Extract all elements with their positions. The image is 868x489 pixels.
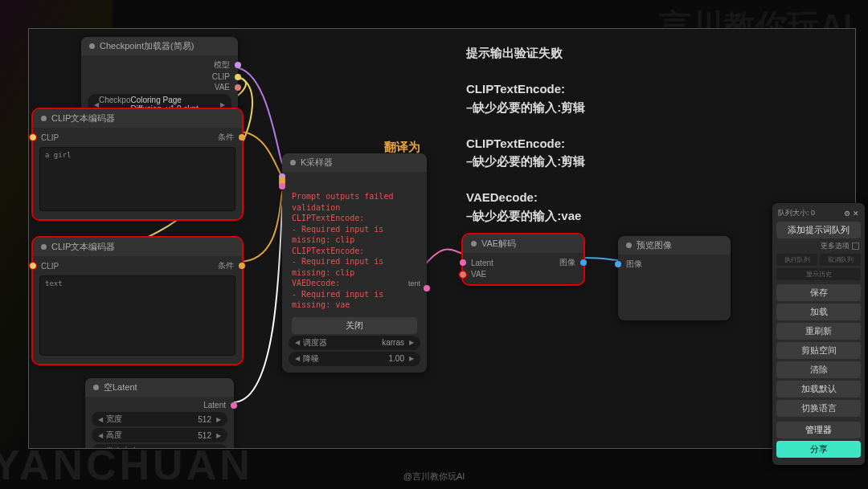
port-label-conditioning: 条件 [218,260,234,271]
port-in-clip[interactable] [30,263,36,269]
port-out-vae[interactable] [235,84,241,91]
port-out-conditioning[interactable] [239,134,245,141]
port-out-conditioning[interactable] [239,263,245,269]
ksampler-scheduler[interactable]: ◀调度器karras▶ [289,336,420,350]
close-button[interactable]: 关闭 [292,317,417,334]
node-ksampler[interactable]: K采样器 Prompt outputs failed validation CL… [282,153,427,373]
translation-overlay: 提示输出验证失败 CLIPTextEncode: –缺少必要的输入:剪辑 CLI… [466,44,723,225]
control-panel[interactable]: 队列大小: 0 ⚙ ✕ 添加提示词队列 更多选项 执行队列取消队列 显示历史 保… [772,203,865,465]
latent-width[interactable]: ◀宽度512▶ [92,412,227,426]
switch-language-button[interactable]: 切换语言 [776,400,861,417]
exec-queue-button[interactable]: 执行队列 [776,254,817,266]
queue-prompt-button[interactable]: 添加提示词队列 [776,222,861,238]
queue-size-label: 队列大小: 0 [778,208,815,218]
gear-icon[interactable]: ⚙ [844,210,850,218]
port-out-latent[interactable] [231,402,237,409]
port-label-clip: CLIP [41,133,59,142]
port-in-image[interactable] [615,261,621,267]
load-default-button[interactable]: 加载默认 [776,381,861,397]
node-preview-image[interactable]: 预览图像 图像 [618,236,731,320]
manager-button[interactable]: 管理器 [776,422,861,438]
cancel-queue-button[interactable]: 取消队列 [820,254,861,266]
port-out-image[interactable] [580,259,587,266]
node-title-label: 空Latent [104,381,137,393]
load-button[interactable]: 加载 [776,304,861,320]
port-in-vae[interactable] [460,271,466,278]
clipspace-button[interactable]: 剪贴空间 [776,342,861,359]
node-vae-decode[interactable]: VAE解码 Latent图像 VAE [463,234,583,284]
port-out-model[interactable] [235,62,241,68]
close-icon[interactable]: ✕ [853,210,859,218]
node-canvas[interactable]: Checkpoint加载器(简易) 模型 CLIP VAE ◀ CheckpoC… [28,28,856,449]
node-title-label: CLIP文本编码器 [51,112,115,124]
credit-watermark: @言川教你玩AI [0,471,868,483]
share-button[interactable]: 分享 [776,441,861,458]
error-message: Prompt outputs failed validation CLIPTex… [282,188,427,314]
show-history-button[interactable]: 显示历史 [776,268,861,280]
node-title-label: VAE解码 [481,238,516,250]
chevron-right-icon: ▶ [220,101,225,108]
port-label-conditioning: 条件 [218,132,234,143]
node-title-label: CLIP文本编码器 [51,241,115,253]
node-title-label: 预览图像 [637,239,672,251]
port-out-latent[interactable] [424,285,430,291]
port-in-clip[interactable] [30,134,36,141]
prompt-textarea[interactable]: a girl [39,147,235,211]
prompt-textarea[interactable]: text [39,275,235,356]
ksampler-denoise[interactable]: ◀降噪1.00▶ [289,352,420,366]
node-title-label: Checkpoint加载器(简易) [100,40,194,52]
port-in-latent[interactable] [460,259,466,266]
node-clip-text-encode-negative[interactable]: CLIP文本编码器 CLIP 条件 text [33,238,242,364]
port-label-clip: CLIP [41,262,59,271]
save-button[interactable]: 保存 [776,284,861,301]
latent-batch[interactable]: ◀批次大小1▶ [92,444,227,449]
refresh-button[interactable]: 重刷新 [776,323,861,340]
port-label-model: 模型 [214,59,230,71]
clear-button[interactable]: 清除 [776,361,861,378]
port-label-vae: VAE [215,83,230,92]
more-options-toggle[interactable]: 更多选项 [776,241,861,254]
node-clip-text-encode-positive[interactable]: CLIP文本编码器 CLIP 条件 a girl [33,109,242,219]
port-in-latent[interactable] [279,183,285,189]
translation-overlay: 翻译为 [384,138,420,157]
node-title-label: K采样器 [301,157,333,169]
port-out-clip[interactable] [235,74,241,80]
port-label-latent: Latent [203,401,226,410]
port-label-clip: CLIP [212,72,230,81]
node-empty-latent[interactable]: 空Latent Latent ◀宽度512▶ ◀高度512▶ ◀批次大小1▶ [85,378,234,449]
latent-height[interactable]: ◀高度512▶ [92,428,227,442]
